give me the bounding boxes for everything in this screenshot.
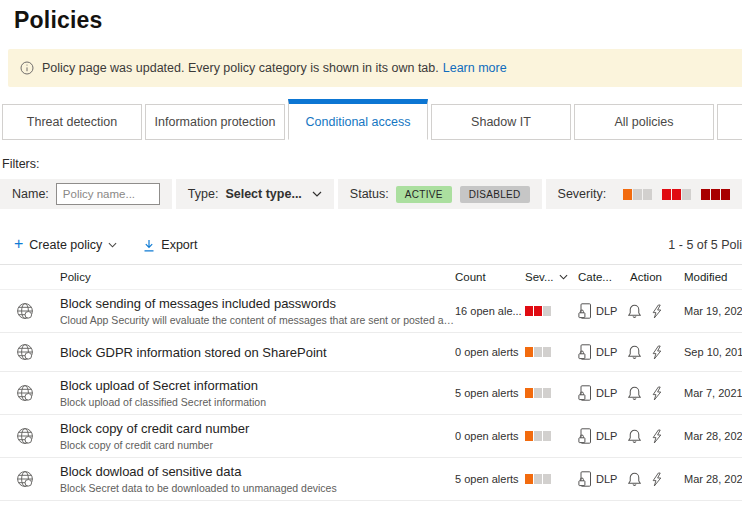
category-cell: DLP xyxy=(575,344,622,360)
lightning-icon[interactable] xyxy=(650,386,663,401)
type-filter-value: Select type... xyxy=(225,187,301,201)
severity-square xyxy=(672,189,681,200)
tab-strip-remainder xyxy=(717,104,742,140)
policy-title[interactable]: Block GDPR information stored on SharePo… xyxy=(60,345,455,360)
action-cell xyxy=(622,304,680,319)
severity-cell xyxy=(525,388,575,398)
document-lock-icon xyxy=(578,428,592,444)
severity-square xyxy=(543,306,551,316)
table-row[interactable]: Block sending of messages included passw… xyxy=(0,290,742,333)
severity-filter-label: Severity: xyxy=(558,187,607,201)
status-active-badge[interactable]: ACTIVE xyxy=(396,186,452,203)
lightning-icon[interactable] xyxy=(650,472,663,487)
create-policy-label: Create policy xyxy=(29,238,102,252)
severity-cell xyxy=(525,431,575,441)
category-label: DLP xyxy=(596,430,617,442)
policy-cell: Block copy of credit card number Block c… xyxy=(60,421,455,451)
severity-square xyxy=(525,474,533,484)
document-lock-icon xyxy=(578,385,592,401)
severity-square xyxy=(643,189,652,200)
header-severity[interactable]: Sev... xyxy=(525,271,575,283)
severity-square xyxy=(633,189,642,200)
type-filter-label: Type: xyxy=(188,187,219,201)
severity-square xyxy=(525,431,533,441)
chevron-down-icon xyxy=(312,191,322,197)
type-filter-chip[interactable]: Type: Select type... xyxy=(176,179,334,209)
policy-type-cell xyxy=(0,384,60,402)
bell-icon[interactable] xyxy=(628,386,641,401)
severity-square xyxy=(711,189,720,200)
globe-policy-icon xyxy=(16,343,34,361)
chevron-down-icon xyxy=(108,242,117,248)
policy-title[interactable]: Block dowload of sensitive data xyxy=(60,464,455,479)
count-cell: 0 open alerts xyxy=(455,430,525,442)
severity-high-toggle[interactable] xyxy=(701,189,730,200)
severity-square xyxy=(534,388,542,398)
policy-title[interactable]: Block upload of Secret information xyxy=(60,378,455,393)
modified-cell: Mar 28, 2021 xyxy=(680,430,742,442)
download-icon xyxy=(143,239,155,252)
table-row[interactable]: Block copy of credit card number Block c… xyxy=(0,415,742,458)
lightning-icon[interactable] xyxy=(650,304,663,319)
filters-label: Filters: xyxy=(2,157,742,171)
status-disabled-badge[interactable]: DISABLED xyxy=(460,186,530,203)
create-policy-button[interactable]: + Create policy xyxy=(14,238,117,252)
policy-name-input[interactable] xyxy=(56,183,160,205)
page-title: Policies xyxy=(14,7,742,34)
severity-square xyxy=(525,388,533,398)
severity-square xyxy=(682,189,691,200)
info-icon xyxy=(20,61,34,75)
header-modified: Modified xyxy=(680,271,742,283)
globe-policy-icon xyxy=(16,427,34,445)
severity-square xyxy=(623,189,632,200)
tab-information-protection[interactable]: Information protection xyxy=(145,104,285,140)
category-label: DLP xyxy=(596,305,617,317)
category-label: DLP xyxy=(596,387,617,399)
export-button[interactable]: Export xyxy=(143,238,197,252)
tabs: Threat detectionInformation protectionCo… xyxy=(2,99,742,140)
policy-cell: Block dowload of sensitive data Block Se… xyxy=(60,464,455,494)
header-action: Action xyxy=(622,271,680,283)
plus-icon: + xyxy=(14,236,23,252)
severity-square xyxy=(525,306,533,316)
chevron-down-icon xyxy=(559,274,568,280)
severity-low-toggle[interactable] xyxy=(623,189,652,200)
document-lock-icon xyxy=(578,303,592,319)
tab-all-policies[interactable]: All policies xyxy=(574,104,714,140)
modified-cell: Mar 28, 2021 xyxy=(680,473,742,485)
policy-subtitle: Block copy of credit card number xyxy=(60,439,455,451)
severity-square xyxy=(721,189,730,200)
policy-type-cell xyxy=(0,343,60,361)
policy-title[interactable]: Block sending of messages included passw… xyxy=(60,296,455,311)
table-toolbar: + Create policy Export 1 - 5 of 5 Poli xyxy=(14,238,742,252)
action-cell xyxy=(622,472,680,487)
count-cell: 5 open alerts xyxy=(455,387,525,399)
tab-shadow-it[interactable]: Shadow IT xyxy=(431,104,571,140)
bell-icon[interactable] xyxy=(628,345,641,360)
severity-square xyxy=(534,347,542,357)
status-filter-label: Status: xyxy=(350,187,389,201)
policy-type-cell xyxy=(0,427,60,445)
bell-icon[interactable] xyxy=(628,304,641,319)
bell-icon[interactable] xyxy=(628,472,641,487)
severity-medium-toggle[interactable] xyxy=(662,189,691,200)
severity-square xyxy=(543,347,551,357)
policy-subtitle: Block Secret data to be downloaded to un… xyxy=(60,482,455,494)
learn-more-link[interactable]: Learn more xyxy=(443,61,507,75)
table-row[interactable]: Block dowload of sensitive data Block Se… xyxy=(0,458,742,501)
lightning-icon[interactable] xyxy=(650,429,663,444)
table-row[interactable]: Block GDPR information stored on SharePo… xyxy=(0,333,742,372)
severity-cell xyxy=(525,347,575,357)
severity-filter-options xyxy=(613,189,730,200)
table-row[interactable]: Block upload of Secret information Block… xyxy=(0,372,742,415)
lightning-icon[interactable] xyxy=(650,345,663,360)
tab-threat-detection[interactable]: Threat detection xyxy=(2,104,142,140)
export-label: Export xyxy=(161,238,197,252)
tab-conditional-access[interactable]: Conditional access xyxy=(288,99,428,140)
policy-title[interactable]: Block copy of credit card number xyxy=(60,421,455,436)
count-cell: 16 open ale... xyxy=(455,305,525,317)
update-banner: Policy page was updated. Every policy ca… xyxy=(8,49,742,87)
bell-icon[interactable] xyxy=(628,429,641,444)
severity-square xyxy=(543,474,551,484)
policies-table: Policy Count Sev... Cate... Action Modif… xyxy=(0,264,742,501)
